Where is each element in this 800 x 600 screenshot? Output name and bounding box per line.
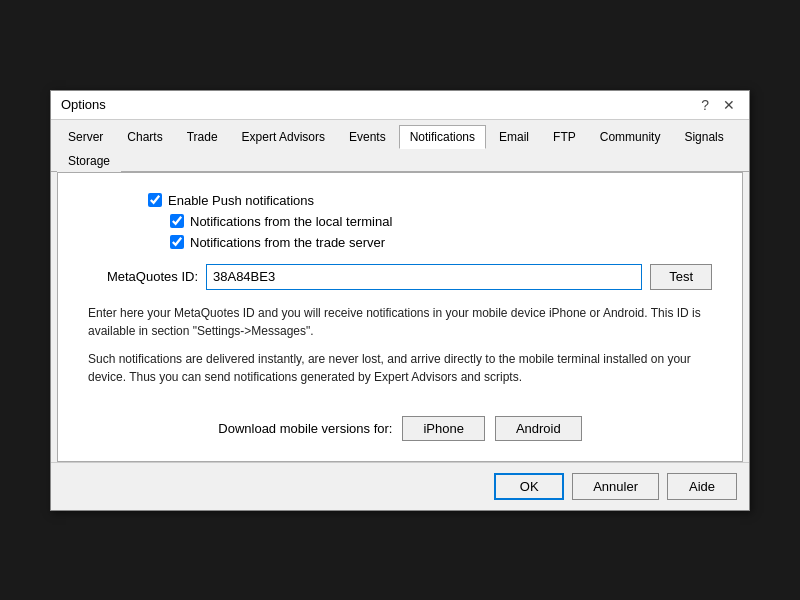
title-bar: Options ? ✕ xyxy=(51,91,749,120)
enable-push-row: Enable Push notifications xyxy=(148,193,712,208)
tab-bar: Server Charts Trade Expert Advisors Even… xyxy=(51,120,749,172)
metaquotes-input[interactable] xyxy=(206,264,642,290)
tab-email[interactable]: Email xyxy=(488,125,540,149)
dialog-footer: OK Annuler Aide xyxy=(51,462,749,510)
local-terminal-row: Notifications from the local terminal xyxy=(170,214,712,229)
title-bar-controls: ? ✕ xyxy=(697,97,739,113)
tab-storage[interactable]: Storage xyxy=(57,149,121,172)
iphone-button[interactable]: iPhone xyxy=(402,416,484,441)
tab-community[interactable]: Community xyxy=(589,125,672,149)
local-terminal-label: Notifications from the local terminal xyxy=(190,214,392,229)
info-text-1: Enter here your MetaQuotes ID and you wi… xyxy=(88,304,712,340)
metaquotes-label: MetaQuotes ID: xyxy=(88,269,198,284)
help-footer-button[interactable]: Aide xyxy=(667,473,737,500)
dialog-title: Options xyxy=(61,97,106,112)
download-row: Download mobile versions for: iPhone And… xyxy=(88,416,712,441)
enable-push-label: Enable Push notifications xyxy=(168,193,314,208)
trade-server-label: Notifications from the trade server xyxy=(190,235,385,250)
tab-server[interactable]: Server xyxy=(57,125,114,149)
tab-signals[interactable]: Signals xyxy=(673,125,734,149)
metaquotes-row: MetaQuotes ID: Test xyxy=(88,264,712,290)
tab-events[interactable]: Events xyxy=(338,125,397,149)
download-label: Download mobile versions for: xyxy=(218,421,392,436)
tab-trade[interactable]: Trade xyxy=(176,125,229,149)
trade-server-row: Notifications from the trade server xyxy=(170,235,712,250)
info-text-2: Such notifications are delivered instant… xyxy=(88,350,712,386)
ok-button[interactable]: OK xyxy=(494,473,564,500)
help-button[interactable]: ? xyxy=(697,97,713,113)
tab-expert-advisors[interactable]: Expert Advisors xyxy=(231,125,336,149)
tab-ftp[interactable]: FTP xyxy=(542,125,587,149)
test-button[interactable]: Test xyxy=(650,264,712,290)
cancel-button[interactable]: Annuler xyxy=(572,473,659,500)
tab-notifications[interactable]: Notifications xyxy=(399,125,486,149)
tab-content: Enable Push notifications Notifications … xyxy=(57,172,743,462)
android-button[interactable]: Android xyxy=(495,416,582,441)
options-dialog: Options ? ✕ Server Charts Trade Expert A… xyxy=(50,90,750,511)
trade-server-checkbox[interactable] xyxy=(170,235,184,249)
tab-charts[interactable]: Charts xyxy=(116,125,173,149)
local-terminal-checkbox[interactable] xyxy=(170,214,184,228)
enable-push-checkbox[interactable] xyxy=(148,193,162,207)
sub-checkboxes: Notifications from the local terminal No… xyxy=(110,214,712,250)
close-button[interactable]: ✕ xyxy=(719,97,739,113)
